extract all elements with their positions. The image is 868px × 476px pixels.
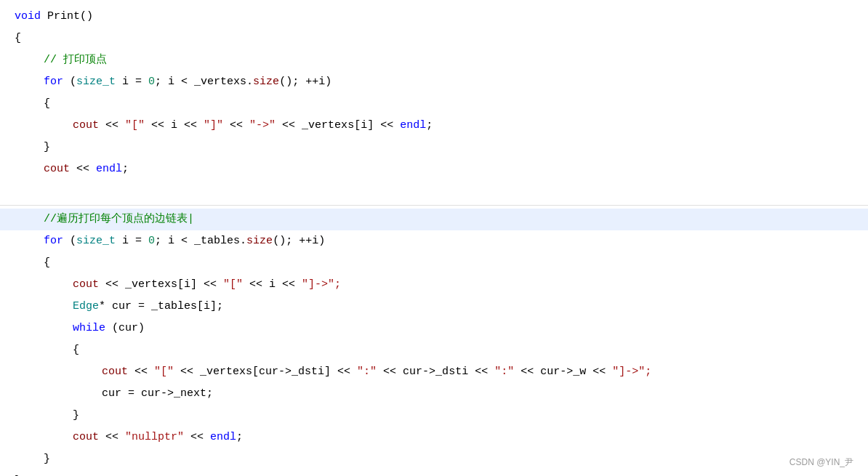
line-5: { [0,93,868,115]
line-22: } [0,470,868,476]
line-14: Edge * cur = _tables[i]; [0,296,868,318]
line-3: // 打印顶点 [0,49,868,71]
line-20: cout << "nullptr" << endl ; [0,427,868,448]
line-11: for ( size_t i = 0 ; i < _tables. size (… [0,230,868,252]
line-4: for ( size_t i = 0 ; i < _vertexs. size … [0,71,868,93]
line-15: while (cur) [0,318,868,339]
line-13: cout << _vertexs[i] << "[" << i << "]->"… [0,274,868,296]
line-7: } [0,137,868,158]
line-19: } [0,405,868,427]
watermark: CSDN @YIN_尹 [789,456,853,469]
func-print: Print [47,6,80,28]
line-blank [0,180,868,202]
kw-void: void [15,6,41,28]
code-block: void Print () { // 打印顶点 for ( size_t i =… [0,0,868,476]
line-6: cout << "[" << i << "]" << "->" << _vert… [0,115,868,137]
line-8: cout << endl ; [0,158,868,180]
line-16: { [0,339,868,361]
line-1: void Print () [0,6,868,28]
line-2: { [0,28,868,49]
line-10: //遍历打印每个顶点的边链表| [0,209,868,230]
line-18: cur = cur->_next; [0,383,868,405]
line-12: { [0,252,868,274]
code-container: void Print () { // 打印顶点 for ( size_t i =… [0,0,868,476]
line-21: } [0,448,868,470]
separator [0,205,868,206]
line-17: cout << "[" << _vertexs[cur->_dsti] << "… [0,361,868,383]
